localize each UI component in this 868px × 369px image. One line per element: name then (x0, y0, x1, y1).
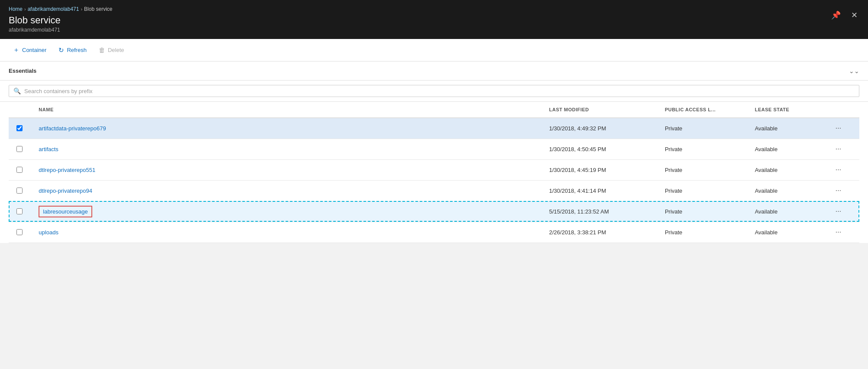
row-last-modified: 1/30/2018, 4:50:45 PM (545, 139, 661, 159)
row-name-cell: artifactdata-privaterepo679 (34, 118, 544, 139)
row-lease-state: Available (751, 222, 828, 243)
row-public-access: Private (661, 159, 751, 180)
row-actions-cell: ··· (828, 201, 859, 222)
breadcrumb-current: Blob service (84, 6, 112, 12)
containers-table: NAME LAST MODIFIED PUBLIC ACCESS L... LE… (9, 102, 859, 243)
row-ellipsis-button[interactable]: ··· (832, 143, 845, 155)
page-title: Blob service (9, 15, 859, 26)
refresh-icon: ↻ (58, 46, 64, 54)
row-actions-cell: ··· (828, 118, 859, 139)
row-public-access: Private (661, 139, 751, 159)
row-checkbox-cell (9, 159, 34, 180)
table-header-row: NAME LAST MODIFIED PUBLIC ACCESS L... LE… (9, 102, 859, 118)
row-checkbox[interactable] (16, 188, 23, 194)
row-ellipsis-button[interactable]: ··· (832, 164, 845, 175)
row-public-access: Private (661, 222, 751, 243)
table-row: artifactdata-privaterepo6791/30/2018, 4:… (9, 118, 859, 139)
row-lease-state: Available (751, 180, 828, 201)
container-name-link[interactable]: artifactdata-privaterepo679 (39, 125, 106, 132)
row-checkbox-cell (9, 180, 34, 201)
row-checkbox-cell (9, 139, 34, 159)
plus-icon: ＋ (13, 46, 19, 54)
col-modified-header: LAST MODIFIED (545, 102, 661, 118)
containers-table-container: NAME LAST MODIFIED PUBLIC ACCESS L... LE… (0, 102, 868, 243)
page-subtitle: afabrikamdemolab471 (9, 27, 859, 33)
row-ellipsis-button[interactable]: ··· (832, 206, 845, 217)
pin-button[interactable]: 📌 (829, 9, 842, 22)
essentials-collapse-button[interactable]: ⌄⌄ (849, 68, 859, 74)
search-bar: 🔍 (0, 81, 868, 102)
search-input[interactable] (24, 88, 855, 94)
row-checkbox[interactable] (16, 229, 23, 235)
col-lease-header: LEASE STATE (751, 102, 828, 118)
table-row: labresourceusage5/15/2018, 11:23:52 AMPr… (9, 201, 859, 222)
breadcrumb-sep1: › (24, 6, 26, 12)
row-checkbox[interactable] (16, 125, 23, 131)
refresh-button[interactable]: ↻ Refresh (54, 44, 91, 57)
row-actions-cell: ··· (828, 222, 859, 243)
page-header: Home › afabrikamdemolab471 › Blob servic… (0, 0, 868, 39)
row-checkbox[interactable] (16, 208, 23, 214)
row-last-modified: 1/30/2018, 4:45:19 PM (545, 159, 661, 180)
row-last-modified: 2/26/2018, 3:38:21 PM (545, 222, 661, 243)
col-checkbox (9, 102, 34, 118)
breadcrumb-account[interactable]: afabrikamdemolab471 (28, 6, 79, 12)
row-actions-cell: ··· (828, 159, 859, 180)
col-access-header: PUBLIC ACCESS L... (661, 102, 751, 118)
row-public-access: Private (661, 118, 751, 139)
row-checkbox[interactable] (16, 167, 23, 173)
container-name-link[interactable]: dtlrepo-privaterepo94 (39, 188, 92, 194)
row-checkbox[interactable] (16, 146, 23, 152)
row-actions-cell: ··· (828, 180, 859, 201)
essentials-bar: Essentials ⌄⌄ (0, 62, 868, 81)
search-icon: 🔍 (13, 87, 21, 94)
row-ellipsis-button[interactable]: ··· (832, 227, 845, 238)
row-ellipsis-button[interactable]: ··· (832, 123, 845, 134)
row-lease-state: Available (751, 139, 828, 159)
delete-label: Delete (108, 47, 124, 53)
add-container-button[interactable]: ＋ Container (9, 43, 51, 57)
col-actions-header (828, 102, 859, 118)
row-name-cell: dtlrepo-privaterepo94 (34, 180, 544, 201)
container-name-link[interactable]: artifacts (39, 146, 58, 152)
row-lease-state: Available (751, 201, 828, 222)
row-last-modified: 1/30/2018, 4:49:32 PM (545, 118, 661, 139)
row-checkbox-cell (9, 201, 34, 222)
table-row: dtlrepo-privaterepo941/30/2018, 4:41:14 … (9, 180, 859, 201)
header-action-buttons: 📌 ✕ (829, 9, 859, 22)
row-lease-state: Available (751, 159, 828, 180)
row-public-access: Private (661, 201, 751, 222)
table-row: uploads2/26/2018, 3:38:21 PMPrivateAvail… (9, 222, 859, 243)
row-last-modified: 5/15/2018, 11:23:52 AM (545, 201, 661, 222)
row-checkbox-cell (9, 222, 34, 243)
row-name-cell: artifacts (34, 139, 544, 159)
container-name-link[interactable]: dtlrepo-privaterepo551 (39, 167, 95, 173)
container-label: Container (22, 47, 46, 53)
refresh-label: Refresh (67, 47, 87, 53)
toolbar: ＋ Container ↻ Refresh 🗑 Delete (0, 39, 868, 62)
col-name-header: NAME (34, 102, 544, 118)
row-name-cell: labresourceusage (34, 201, 544, 222)
row-lease-state: Available (751, 118, 828, 139)
row-name-cell: dtlrepo-privaterepo551 (34, 159, 544, 180)
essentials-label: Essentials (9, 68, 36, 74)
container-name-link[interactable]: uploads (39, 229, 58, 236)
row-public-access: Private (661, 180, 751, 201)
row-name-cell: uploads (34, 222, 544, 243)
search-input-wrap: 🔍 (9, 85, 859, 97)
row-last-modified: 1/30/2018, 4:41:14 PM (545, 180, 661, 201)
table-row: artifacts1/30/2018, 4:50:45 PMPrivateAva… (9, 139, 859, 159)
row-checkbox-cell (9, 118, 34, 139)
delete-icon: 🗑 (99, 46, 105, 54)
close-button[interactable]: ✕ (849, 9, 859, 22)
row-actions-cell: ··· (828, 139, 859, 159)
row-ellipsis-button[interactable]: ··· (832, 185, 845, 196)
breadcrumb: Home › afabrikamdemolab471 › Blob servic… (9, 6, 859, 12)
breadcrumb-home[interactable]: Home (9, 6, 23, 12)
delete-button[interactable]: 🗑 Delete (94, 44, 129, 56)
breadcrumb-sep2: › (81, 6, 82, 12)
container-name-link[interactable]: labresourceusage (43, 208, 87, 215)
table-row: dtlrepo-privaterepo5511/30/2018, 4:45:19… (9, 159, 859, 180)
